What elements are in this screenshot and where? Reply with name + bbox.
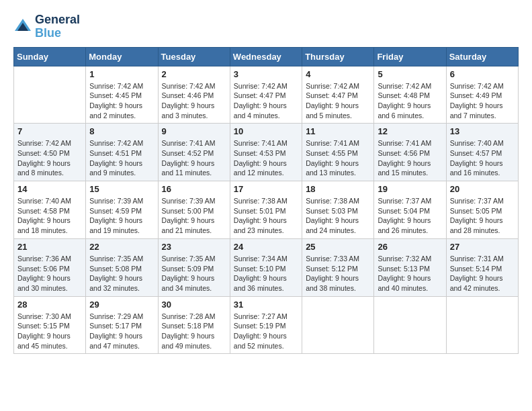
day-info: Sunrise: 7:40 AM Sunset: 4:58 PM Dayligh… xyxy=(17,196,82,236)
day-info: Sunrise: 7:30 AM Sunset: 5:15 PM Dayligh… xyxy=(17,312,82,351)
day-info: Sunrise: 7:34 AM Sunset: 5:10 PM Dayligh… xyxy=(234,254,298,293)
calendar-cell: 14Sunrise: 7:40 AM Sunset: 4:58 PM Dayli… xyxy=(14,181,86,239)
calendar-week-row: 21Sunrise: 7:36 AM Sunset: 5:06 PM Dayli… xyxy=(14,238,519,296)
logo-text: GeneralBlue xyxy=(35,13,80,40)
day-number: 3 xyxy=(234,69,298,79)
calendar-cell: 31Sunrise: 7:27 AM Sunset: 5:19 PM Dayli… xyxy=(230,296,302,354)
day-number: 8 xyxy=(89,126,154,136)
calendar-cell: 13Sunrise: 7:40 AM Sunset: 4:57 PM Dayli… xyxy=(446,124,518,181)
day-number: 7 xyxy=(17,126,82,136)
calendar-cell: 17Sunrise: 7:38 AM Sunset: 5:01 PM Dayli… xyxy=(230,181,302,239)
calendar-cell: 28Sunrise: 7:30 AM Sunset: 5:15 PM Dayli… xyxy=(14,296,86,354)
calendar-cell: 16Sunrise: 7:39 AM Sunset: 5:00 PM Dayli… xyxy=(158,181,230,239)
day-info: Sunrise: 7:35 AM Sunset: 5:08 PM Dayligh… xyxy=(89,254,154,293)
calendar-cell: 22Sunrise: 7:35 AM Sunset: 5:08 PM Dayli… xyxy=(86,238,158,296)
day-info: Sunrise: 7:35 AM Sunset: 5:09 PM Dayligh… xyxy=(162,254,226,293)
day-number: 23 xyxy=(162,242,226,252)
day-number: 5 xyxy=(378,69,442,79)
calendar-cell: 24Sunrise: 7:34 AM Sunset: 5:10 PM Dayli… xyxy=(230,238,302,296)
calendar-cell xyxy=(374,296,446,354)
day-number: 1 xyxy=(89,69,154,79)
calendar-header-row: SundayMondayTuesdayWednesdayThursdayFrid… xyxy=(14,47,519,66)
day-number: 13 xyxy=(450,126,515,136)
calendar-week-row: 14Sunrise: 7:40 AM Sunset: 4:58 PM Dayli… xyxy=(14,181,519,239)
calendar-cell: 21Sunrise: 7:36 AM Sunset: 5:06 PM Dayli… xyxy=(14,238,86,296)
calendar-cell: 15Sunrise: 7:39 AM Sunset: 4:59 PM Dayli… xyxy=(86,181,158,239)
column-header-tuesday: Tuesday xyxy=(158,47,230,66)
column-header-sunday: Sunday xyxy=(14,47,86,66)
column-header-saturday: Saturday xyxy=(446,47,518,66)
day-number: 16 xyxy=(162,184,226,194)
day-info: Sunrise: 7:41 AM Sunset: 4:55 PM Dayligh… xyxy=(306,138,370,178)
column-header-thursday: Thursday xyxy=(302,47,374,66)
calendar-cell: 5Sunrise: 7:42 AM Sunset: 4:48 PM Daylig… xyxy=(374,66,446,124)
day-info: Sunrise: 7:42 AM Sunset: 4:47 PM Dayligh… xyxy=(234,81,298,121)
day-number: 21 xyxy=(17,242,82,252)
day-number: 17 xyxy=(234,184,298,194)
day-number: 20 xyxy=(450,184,515,194)
calendar-cell xyxy=(446,296,518,354)
calendar-cell: 18Sunrise: 7:38 AM Sunset: 5:03 PM Dayli… xyxy=(302,181,374,239)
day-info: Sunrise: 7:38 AM Sunset: 5:01 PM Dayligh… xyxy=(234,196,298,236)
calendar-cell: 19Sunrise: 7:37 AM Sunset: 5:04 PM Dayli… xyxy=(374,181,446,239)
calendar-cell: 9Sunrise: 7:41 AM Sunset: 4:52 PM Daylig… xyxy=(158,124,230,181)
day-info: Sunrise: 7:32 AM Sunset: 5:13 PM Dayligh… xyxy=(378,254,442,293)
calendar-cell: 3Sunrise: 7:42 AM Sunset: 4:47 PM Daylig… xyxy=(230,66,302,124)
day-info: Sunrise: 7:42 AM Sunset: 4:46 PM Dayligh… xyxy=(162,81,226,121)
day-number: 9 xyxy=(162,126,226,136)
day-info: Sunrise: 7:41 AM Sunset: 4:53 PM Dayligh… xyxy=(234,138,298,178)
day-number: 28 xyxy=(17,300,82,310)
day-number: 18 xyxy=(306,184,370,194)
calendar-cell xyxy=(302,296,374,354)
calendar-week-row: 7Sunrise: 7:42 AM Sunset: 4:50 PM Daylig… xyxy=(14,124,519,181)
calendar-cell: 2Sunrise: 7:42 AM Sunset: 4:46 PM Daylig… xyxy=(158,66,230,124)
day-info: Sunrise: 7:42 AM Sunset: 4:50 PM Dayligh… xyxy=(17,138,82,178)
day-number: 15 xyxy=(89,184,154,194)
day-info: Sunrise: 7:37 AM Sunset: 5:05 PM Dayligh… xyxy=(450,196,515,236)
day-number: 11 xyxy=(306,126,370,136)
calendar-cell: 10Sunrise: 7:41 AM Sunset: 4:53 PM Dayli… xyxy=(230,124,302,181)
day-info: Sunrise: 7:27 AM Sunset: 5:19 PM Dayligh… xyxy=(234,312,298,351)
day-info: Sunrise: 7:38 AM Sunset: 5:03 PM Dayligh… xyxy=(306,196,370,236)
column-header-friday: Friday xyxy=(374,47,446,66)
day-number: 26 xyxy=(378,242,442,252)
calendar-cell: 11Sunrise: 7:41 AM Sunset: 4:55 PM Dayli… xyxy=(302,124,374,181)
day-number: 22 xyxy=(89,242,154,252)
day-info: Sunrise: 7:42 AM Sunset: 4:47 PM Dayligh… xyxy=(306,81,370,121)
day-number: 2 xyxy=(162,69,226,79)
day-number: 31 xyxy=(234,300,298,310)
day-info: Sunrise: 7:39 AM Sunset: 5:00 PM Dayligh… xyxy=(162,196,226,236)
calendar-cell: 23Sunrise: 7:35 AM Sunset: 5:09 PM Dayli… xyxy=(158,238,230,296)
column-header-wednesday: Wednesday xyxy=(230,47,302,66)
day-number: 14 xyxy=(17,184,82,194)
day-info: Sunrise: 7:33 AM Sunset: 5:12 PM Dayligh… xyxy=(306,254,370,293)
day-number: 29 xyxy=(89,300,154,310)
calendar-cell: 20Sunrise: 7:37 AM Sunset: 5:05 PM Dayli… xyxy=(446,181,518,239)
day-info: Sunrise: 7:28 AM Sunset: 5:18 PM Dayligh… xyxy=(162,312,226,351)
calendar-cell: 6Sunrise: 7:42 AM Sunset: 4:49 PM Daylig… xyxy=(446,66,518,124)
day-info: Sunrise: 7:37 AM Sunset: 5:04 PM Dayligh… xyxy=(378,196,442,236)
day-number: 12 xyxy=(378,126,442,136)
day-number: 4 xyxy=(306,69,370,79)
day-number: 27 xyxy=(450,242,515,252)
day-number: 24 xyxy=(234,242,298,252)
day-info: Sunrise: 7:41 AM Sunset: 4:56 PM Dayligh… xyxy=(378,138,442,178)
logo: GeneralBlue xyxy=(13,13,80,40)
day-info: Sunrise: 7:39 AM Sunset: 4:59 PM Dayligh… xyxy=(89,196,154,236)
day-info: Sunrise: 7:29 AM Sunset: 5:17 PM Dayligh… xyxy=(89,312,154,351)
day-number: 19 xyxy=(378,184,442,194)
day-info: Sunrise: 7:31 AM Sunset: 5:14 PM Dayligh… xyxy=(450,254,515,293)
day-number: 10 xyxy=(234,126,298,136)
calendar: SundayMondayTuesdayWednesdayThursdayFrid… xyxy=(13,47,519,355)
day-info: Sunrise: 7:42 AM Sunset: 4:51 PM Dayligh… xyxy=(89,138,154,178)
calendar-cell: 29Sunrise: 7:29 AM Sunset: 5:17 PM Dayli… xyxy=(86,296,158,354)
day-number: 25 xyxy=(306,242,370,252)
column-header-monday: Monday xyxy=(86,47,158,66)
day-info: Sunrise: 7:41 AM Sunset: 4:52 PM Dayligh… xyxy=(162,138,226,178)
day-info: Sunrise: 7:42 AM Sunset: 4:48 PM Dayligh… xyxy=(378,81,442,121)
calendar-cell: 12Sunrise: 7:41 AM Sunset: 4:56 PM Dayli… xyxy=(374,124,446,181)
day-number: 30 xyxy=(162,300,226,310)
header: GeneralBlue xyxy=(13,13,519,40)
calendar-week-row: 28Sunrise: 7:30 AM Sunset: 5:15 PM Dayli… xyxy=(14,296,519,354)
calendar-week-row: 1Sunrise: 7:42 AM Sunset: 4:45 PM Daylig… xyxy=(14,66,519,124)
